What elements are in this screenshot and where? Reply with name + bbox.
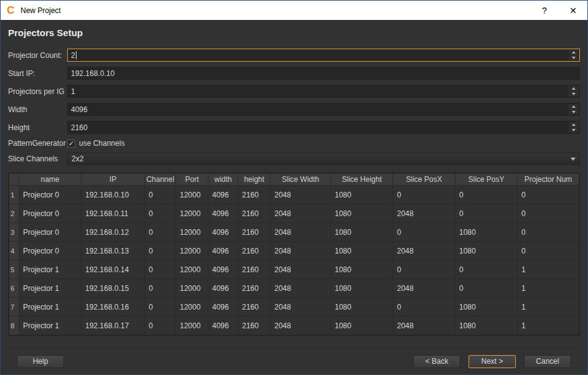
table-cell[interactable]: 1080: [331, 316, 393, 335]
table-cell[interactable]: 4096: [208, 316, 238, 335]
table-cell[interactable]: Projector 0: [19, 186, 82, 204]
table-cell[interactable]: 12000: [176, 316, 208, 335]
table-cell[interactable]: 0: [518, 223, 579, 242]
back-button[interactable]: < Back: [413, 355, 460, 368]
table-cell[interactable]: 2048: [271, 316, 331, 335]
table-cell[interactable]: 0: [455, 279, 518, 298]
table-cell[interactable]: 1080: [455, 298, 518, 316]
table-cell[interactable]: Projector 1: [19, 298, 82, 316]
table-cell[interactable]: 2160: [238, 298, 271, 316]
table-cell[interactable]: 1080: [331, 223, 393, 242]
table-cell[interactable]: 2048: [271, 279, 331, 298]
column-header[interactable]: name: [19, 174, 82, 186]
table-cell[interactable]: 12000: [176, 260, 208, 279]
column-header[interactable]: Channel: [145, 174, 176, 186]
table-cell[interactable]: 2160: [238, 279, 271, 298]
table-cell[interactable]: Projector 0: [19, 223, 82, 242]
table-cell[interactable]: 0: [145, 298, 176, 316]
table-cell[interactable]: 0: [145, 204, 176, 223]
table-cell[interactable]: 2048: [271, 223, 331, 242]
column-header[interactable]: Slice PosY: [455, 174, 518, 186]
table-cell[interactable]: Projector 1: [19, 260, 82, 279]
table-cell[interactable]: 2160: [238, 260, 271, 279]
table-cell[interactable]: 2160: [238, 204, 271, 223]
table-cell[interactable]: 4096: [208, 223, 238, 242]
column-header[interactable]: Slice Width: [271, 174, 331, 186]
spin-down-button[interactable]: [569, 110, 579, 115]
table-cell[interactable]: 12000: [176, 298, 208, 316]
spin-down-button[interactable]: [569, 92, 579, 97]
table-cell[interactable]: 1080: [331, 186, 393, 204]
table-cell[interactable]: 2048: [271, 242, 331, 260]
projector-count-input[interactable]: 2: [67, 49, 580, 62]
column-header[interactable]: Projector Num: [518, 174, 579, 186]
table-cell[interactable]: 0: [393, 223, 455, 242]
table-cell[interactable]: 2048: [393, 316, 455, 335]
table-cell[interactable]: 1080: [331, 279, 393, 298]
table-cell[interactable]: Projector 1: [19, 316, 82, 335]
column-header[interactable]: Slice PosX: [393, 174, 455, 186]
slice-channels-select[interactable]: 2x2: [67, 153, 580, 165]
spin-up-button[interactable]: [569, 122, 579, 128]
table-cell[interactable]: Projector 1: [19, 279, 82, 298]
table-cell[interactable]: 2048: [393, 204, 455, 223]
table-cell[interactable]: 192.168.0.12: [82, 223, 145, 242]
table-cell[interactable]: 192.168.0.17: [82, 316, 145, 335]
table-cell[interactable]: 1: [518, 298, 579, 316]
table-cell[interactable]: 0: [393, 186, 455, 204]
start-ip-input[interactable]: 192.168.0.10: [67, 67, 580, 80]
table-cell[interactable]: 0: [145, 279, 176, 298]
table-cell[interactable]: 1080: [331, 260, 393, 279]
spin-up-button[interactable]: [569, 50, 579, 55]
table-cell[interactable]: 1: [518, 260, 579, 279]
table-cell[interactable]: 0: [145, 186, 176, 204]
table-cell[interactable]: 192.168.0.10: [82, 186, 145, 204]
table-cell[interactable]: 192.168.0.16: [82, 298, 145, 316]
help-titlebar-button[interactable]: ?: [530, 1, 559, 20]
table-cell[interactable]: 0: [393, 260, 455, 279]
table-cell[interactable]: 12000: [176, 242, 208, 260]
table-cell[interactable]: 1080: [455, 242, 518, 260]
projectors-per-ig-input[interactable]: 1: [67, 85, 580, 98]
table-cell[interactable]: 2160: [238, 316, 271, 335]
table-cell[interactable]: 192.168.0.14: [82, 260, 145, 279]
close-icon[interactable]: ✕: [559, 1, 587, 20]
table-cell[interactable]: 2160: [238, 242, 271, 260]
column-header[interactable]: width: [208, 174, 238, 186]
table-cell[interactable]: 2160: [238, 186, 271, 204]
table-cell[interactable]: 4096: [208, 186, 238, 204]
cancel-button[interactable]: Cancel: [524, 355, 571, 368]
table-cell[interactable]: 1: [518, 316, 579, 335]
use-channels-checkbox[interactable]: ✓: [67, 140, 75, 148]
table-cell[interactable]: 0: [518, 242, 579, 260]
column-header[interactable]: Port: [176, 174, 208, 186]
table-cell[interactable]: 12000: [176, 223, 208, 242]
table-cell[interactable]: 1080: [331, 298, 393, 316]
spin-down-button[interactable]: [569, 128, 579, 133]
table-cell[interactable]: 0: [455, 186, 518, 204]
table-cell[interactable]: 0: [455, 260, 518, 279]
table-cell[interactable]: 2160: [238, 223, 271, 242]
table-cell[interactable]: 2048: [393, 279, 455, 298]
spin-down-button[interactable]: [569, 55, 579, 61]
table-cell[interactable]: 1080: [331, 204, 393, 223]
table-cell[interactable]: 12000: [176, 279, 208, 298]
table-cell[interactable]: 0: [145, 223, 176, 242]
table-cell[interactable]: 192.168.0.11: [82, 204, 145, 223]
table-cell[interactable]: 1: [518, 279, 579, 298]
table-cell[interactable]: 2048: [393, 242, 455, 260]
table-cell[interactable]: 4096: [208, 279, 238, 298]
table-cell[interactable]: 4096: [208, 242, 238, 260]
table-cell[interactable]: 0: [145, 242, 176, 260]
table-cell[interactable]: 2048: [271, 204, 331, 223]
table-cell[interactable]: 0: [455, 204, 518, 223]
use-channels-label[interactable]: use Channels: [79, 139, 124, 148]
table-cell[interactable]: 2048: [271, 260, 331, 279]
next-button[interactable]: Next >: [469, 355, 516, 368]
column-header[interactable]: IP: [82, 174, 145, 186]
table-cell[interactable]: 192.168.0.13: [82, 242, 145, 260]
table-cell[interactable]: 0: [145, 260, 176, 279]
column-header[interactable]: Slice Height: [331, 174, 393, 186]
table-cell[interactable]: 192.168.0.15: [82, 279, 145, 298]
table-cell[interactable]: Projector 0: [19, 242, 82, 260]
